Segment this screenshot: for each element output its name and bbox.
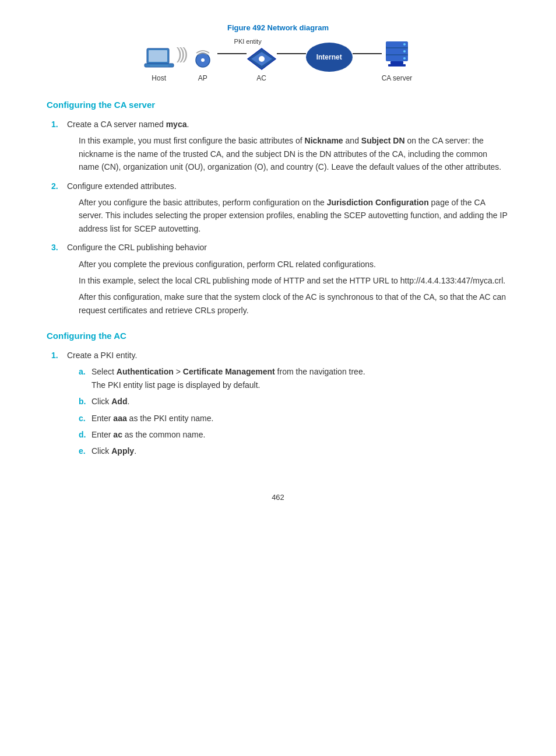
ac-sub-a-note: The PKI entity list page is displayed by… <box>92 380 261 390</box>
diagram-node-ac: PKI entity AC <box>247 38 277 82</box>
line-connector-1 <box>217 53 247 54</box>
ac-sub-b-letter: b. <box>79 395 87 408</box>
diagram-node-ap: AP <box>188 47 217 82</box>
ca-step-1-para: In this example, you must first configur… <box>79 134 509 173</box>
diagram-node-host: Host <box>144 46 174 82</box>
myca-bold: myca <box>166 120 187 129</box>
caserver-icon <box>382 38 411 71</box>
line-connector-2 <box>277 53 306 54</box>
svg-point-8 <box>259 56 265 62</box>
ac-icon <box>247 47 277 71</box>
figure-label: Figure 492 Network diagram <box>47 23 509 32</box>
ca-step-3-text: Configure the CRL publishing behavior <box>67 243 207 252</box>
svg-rect-1 <box>149 50 167 62</box>
svg-point-15 <box>403 57 406 60</box>
internet-label-inner: Internet <box>316 53 342 61</box>
ca-step-3-para1: After you complete the previous configur… <box>79 258 509 271</box>
ac-sub-a: a. Select Authentication > Certificate M… <box>79 365 509 391</box>
ac-sub-e-letter: e. <box>79 444 87 457</box>
svg-point-14 <box>403 50 406 52</box>
ac-sub-b: b. Click Add. <box>79 395 509 408</box>
ac-sub-a-letter: a. <box>79 365 87 391</box>
ac-sub-e: e. Click Apply. <box>79 444 509 457</box>
page-number: 462 <box>47 493 509 502</box>
network-diagram: Host ))) AP PKI entity AC <box>47 38 509 82</box>
ac-sub-list: a. Select Authentication > Certificate M… <box>79 365 509 457</box>
ac-section: Configuring the AC Create a PKI entity. … <box>47 331 509 458</box>
svg-point-5 <box>201 58 205 62</box>
ac-sub-d: d. Enter ac as the common name. <box>79 428 509 441</box>
ac-sub-c-letter: c. <box>79 412 87 425</box>
ac-sub-e-text: Click Apply. <box>92 444 136 457</box>
svg-point-13 <box>403 43 406 46</box>
ac-sub-b-text: Click Add. <box>92 395 129 408</box>
ca-step-3: Configure the CRL publishing behavior Af… <box>64 241 509 317</box>
ac-sub-c: c. Enter aaa as the PKI entity name. <box>79 412 509 425</box>
caserver-label: CA server <box>382 74 413 82</box>
ac-sub-c-text: Enter aaa as the PKI entity name. <box>92 412 213 425</box>
ac-heading: Configuring the AC <box>47 331 509 341</box>
ca-step-2-para: After you configure the basic attributes… <box>79 196 509 235</box>
ac-sublabel: PKI entity <box>234 38 262 45</box>
diagram-node-internet: Internet . <box>306 43 353 82</box>
ac-label: AC <box>256 74 266 82</box>
internet-label: . <box>328 75 330 82</box>
svg-rect-3 <box>150 65 168 66</box>
ca-server-section: Configuring the CA server Create a CA se… <box>47 100 509 317</box>
ac-sub-d-text: Enter ac as the common name. <box>92 428 205 441</box>
ac-sub-d-letter: d. <box>79 428 87 441</box>
wave-connector: ))) <box>177 44 186 63</box>
line-connector-3 <box>353 53 382 54</box>
ac-sub-a-text: Select Authentication > Certificate Mana… <box>92 365 365 391</box>
ac-step-1-text: Create a PKI entity. <box>67 351 137 360</box>
svg-rect-17 <box>388 64 406 66</box>
diagram-node-caserver: CA server <box>382 38 413 82</box>
ap-label: AP <box>198 74 207 82</box>
ap-icon <box>188 47 217 71</box>
svg-rect-16 <box>390 61 403 64</box>
host-label: Host <box>152 74 166 82</box>
ca-step-3-para2: In this example, select the local CRL pu… <box>79 274 509 287</box>
ca-step-1-text: Create a CA server named myca. <box>67 120 189 129</box>
host-icon <box>144 46 174 71</box>
ca-step-3-para3: After this configuration, make sure that… <box>79 290 509 317</box>
ac-step-1: Create a PKI entity. a. Select Authentic… <box>64 349 509 458</box>
ca-step-2: Configure extended attributes. After you… <box>64 180 509 236</box>
ca-server-steps: Create a CA server named myca. In this e… <box>64 118 509 317</box>
ac-steps: Create a PKI entity. a. Select Authentic… <box>64 349 509 458</box>
ca-step-2-text: Configure extended attributes. <box>67 181 177 191</box>
ca-server-heading: Configuring the CA server <box>47 100 509 110</box>
ca-step-1: Create a CA server named myca. In this e… <box>64 118 509 174</box>
internet-icon: Internet <box>306 43 353 72</box>
